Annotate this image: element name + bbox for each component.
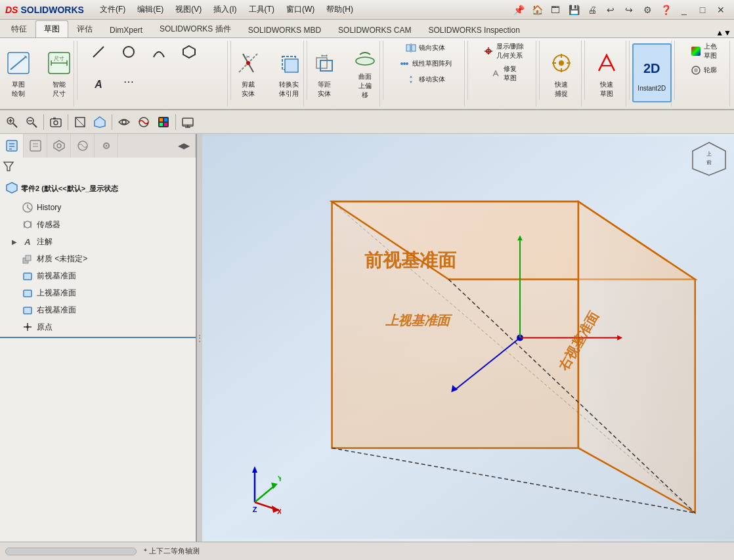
minimize-icon[interactable]: _: [676, 2, 692, 18]
tree-item-right-plane[interactable]: 右视基准面: [0, 301, 196, 318]
menu-tools[interactable]: 工具(T): [244, 2, 280, 17]
menu-edit[interactable]: 编辑(E): [132, 2, 169, 17]
offset-button[interactable]: ⟺ 等距实体: [305, 43, 344, 102]
arc-button[interactable]: [144, 41, 173, 63]
close-icon[interactable]: ✕: [713, 2, 729, 18]
toolbar-separator-2: [68, 114, 68, 130]
svg-text:X: X: [277, 507, 281, 515]
orientation-cube[interactable]: 上 前: [689, 139, 729, 179]
tab-feature[interactable]: 特征: [3, 20, 35, 37]
menu-view[interactable]: 视图(V): [170, 2, 207, 17]
quick-sketch-button[interactable]: 快速草图: [587, 43, 626, 102]
sidebar-tab-view[interactable]: [95, 134, 118, 158]
history-icon: [21, 201, 34, 214]
arc-icon: [150, 43, 168, 61]
tree-item-top-plane[interactable]: 上视基准面: [0, 284, 196, 301]
tab-evaluate[interactable]: 评估: [68, 20, 101, 37]
text-button[interactable]: A: [84, 74, 113, 96]
tree-item-material[interactable]: 材质 <未指定>: [0, 250, 196, 267]
shaded-button[interactable]: [91, 113, 109, 131]
tab-sw-inspection[interactable]: SOLIDWORKS Inspection: [420, 22, 528, 37]
svg-text:✂: ✂: [246, 54, 250, 59]
logo-sw: SOLIDWORKS: [20, 5, 83, 15]
maximize-icon[interactable]: □: [695, 2, 710, 18]
tree-item-annotations[interactable]: ▶ A 注解: [0, 233, 196, 250]
profile-button[interactable]: 轮廓: [687, 63, 720, 77]
show-relations-button[interactable]: 显示/删除几何关系: [480, 41, 527, 62]
menu-window[interactable]: 窗口(W): [281, 2, 320, 17]
print-icon[interactable]: 🖨: [584, 2, 600, 18]
tree-item-front-plane[interactable]: 前视基准面: [0, 267, 196, 284]
mirror-button[interactable]: 镜向实体: [402, 41, 448, 55]
display-mode-button[interactable]: [179, 113, 197, 131]
sidebar-tab-property[interactable]: [24, 134, 47, 158]
circle-button[interactable]: [114, 41, 143, 63]
view-camera-button[interactable]: [47, 113, 65, 131]
options-icon[interactable]: ⚙: [639, 2, 655, 18]
sidebar-tab-appearance[interactable]: [71, 134, 95, 158]
move-button[interactable]: 移动实体: [402, 72, 448, 87]
surface-offset-button[interactable]: 曲面上偏移: [345, 43, 385, 102]
svg-rect-80: [24, 273, 32, 280]
zoom-to-fit-button[interactable]: [3, 113, 21, 131]
ribbon-collapse-icon[interactable]: ▼: [723, 28, 731, 37]
menu-file[interactable]: 文件(F): [95, 2, 131, 17]
redo-icon[interactable]: ↪: [621, 2, 637, 18]
tab-sw-mbd[interactable]: SOLIDWORKS MBD: [240, 22, 330, 37]
quick-snap-icon: [546, 47, 577, 79]
appearance-button[interactable]: [135, 113, 153, 131]
quick-snap-button[interactable]: 快速捕捉: [542, 43, 581, 102]
title-icons: 📌 🏠 🗔 💾 🖨 ↩ ↪ ⚙ ❓ _ □ ✕: [511, 2, 729, 18]
sidebar-expand-arrows[interactable]: ◀▶: [172, 134, 196, 158]
sidebar-tab-feature[interactable]: [0, 134, 24, 158]
smart-dimension-label: 智能尺寸: [53, 80, 66, 98]
tree-item-origin[interactable]: 原点: [0, 318, 196, 335]
trim-button[interactable]: ✂ 剪裁实体: [228, 43, 268, 102]
tree-item-history[interactable]: History: [0, 199, 196, 216]
linear-pattern-button[interactable]: 线性草图阵列: [396, 56, 454, 71]
zoom-in-button[interactable]: [22, 113, 41, 131]
hide-show-button[interactable]: [115, 113, 133, 131]
toolbar-icon[interactable]: 🏠: [529, 2, 545, 18]
move-label: 移动实体: [419, 75, 445, 84]
horizontal-scrollbar[interactable]: [5, 548, 137, 555]
help-icon[interactable]: ❓: [658, 2, 674, 18]
ribbon-divider-1: [77, 41, 77, 100]
ribbon-row-pattern: 镜向实体 线性草图阵列 移动实体: [396, 41, 454, 105]
undo-icon[interactable]: ↩: [603, 2, 618, 18]
viewport[interactable]: 前视基准面 上视基准面 右视基准面 上 前 Z Y: [202, 134, 734, 542]
sidebar-resize-handle[interactable]: [197, 134, 202, 542]
smart-dimension-button[interactable]: 尺寸 智能尺寸: [39, 43, 79, 102]
instant2d-button[interactable]: 2D Instant2D: [632, 43, 672, 102]
tab-dimxpert[interactable]: DimXpert: [101, 22, 151, 37]
pin-icon[interactable]: 📌: [511, 2, 527, 18]
polygon-button[interactable]: [175, 41, 204, 63]
ribbon-divider-6: [539, 41, 540, 100]
line-button[interactable]: [84, 41, 113, 63]
right-plane-label: 右视基准面: [37, 305, 76, 316]
convert-button[interactable]: 转换实体引用: [269, 43, 309, 102]
save-icon[interactable]: 💾: [566, 2, 582, 18]
wireframe-button[interactable]: [71, 113, 89, 131]
tab-sw-plugins[interactable]: SOLIDWORKS 插件: [151, 20, 240, 37]
more-draw-button[interactable]: ⋯: [114, 74, 143, 90]
svg-line-7: [93, 47, 104, 57]
tree-item-sensors[interactable]: 传感器: [0, 216, 196, 233]
svg-rect-55: [164, 118, 167, 121]
repair-sketch-button[interactable]: 修复草图: [487, 63, 519, 84]
filter-icon[interactable]: [3, 160, 14, 175]
color-sketch-button[interactable]: 上色草图: [687, 41, 720, 62]
part-header[interactable]: 零件2 (默认<<默认>_显示状态: [0, 179, 196, 199]
svg-point-12: [246, 61, 250, 65]
tab-sketch[interactable]: 草图: [35, 20, 68, 37]
ribbon-expand-icon[interactable]: ▲: [716, 28, 723, 37]
new-window-icon[interactable]: 🗔: [548, 2, 563, 18]
tab-sw-cam[interactable]: SOLIDWORKS CAM: [330, 22, 420, 37]
sidebar-tab-config[interactable]: [47, 134, 71, 158]
show-relations-icon: [483, 45, 494, 57]
ribbon-divider-9: [674, 41, 675, 100]
sketch-draw-button[interactable]: 草图绘制: [0, 43, 38, 102]
menu-help[interactable]: 帮助(H): [321, 2, 358, 17]
scene-button[interactable]: [154, 113, 173, 131]
menu-insert[interactable]: 插入(I): [208, 2, 242, 17]
